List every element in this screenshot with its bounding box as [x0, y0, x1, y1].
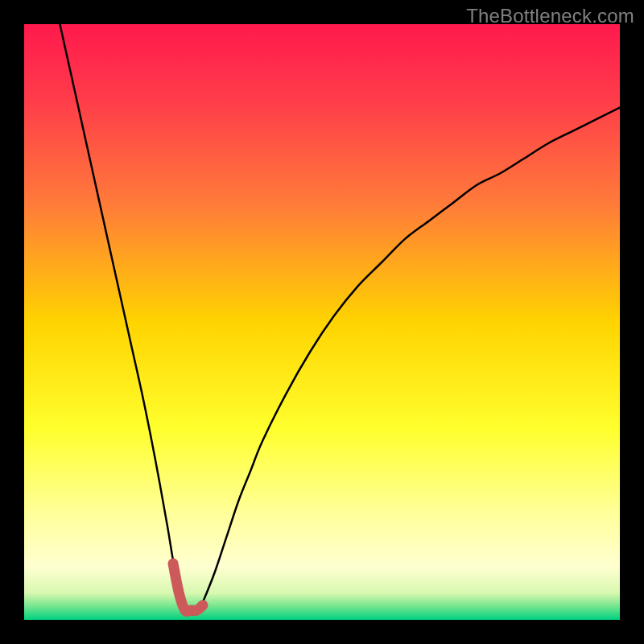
gradient-background — [24, 24, 620, 620]
chart-frame — [24, 24, 620, 620]
bottleneck-plot — [24, 24, 620, 620]
watermark-label: TheBottleneck.com — [466, 5, 634, 27]
